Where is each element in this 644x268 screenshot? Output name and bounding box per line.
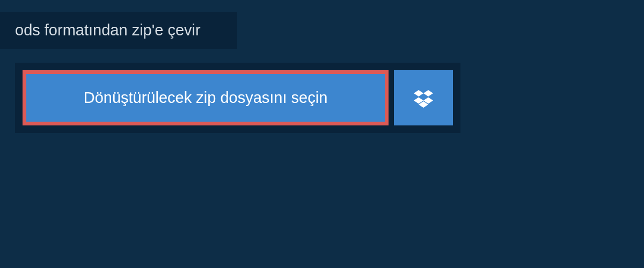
page-title: ods formatından zip'e çevir: [15, 21, 222, 39]
file-select-label: Dönüştürülecek zip dosyasını seçin: [84, 89, 328, 107]
dropbox-button[interactable]: [394, 70, 453, 125]
dropbox-icon: [414, 88, 433, 108]
file-select-button[interactable]: Dönüştürülecek zip dosyasını seçin: [23, 70, 389, 125]
upload-panel: Dönüştürülecek zip dosyasını seçin: [15, 63, 460, 133]
header-panel: ods formatından zip'e çevir: [0, 12, 237, 49]
